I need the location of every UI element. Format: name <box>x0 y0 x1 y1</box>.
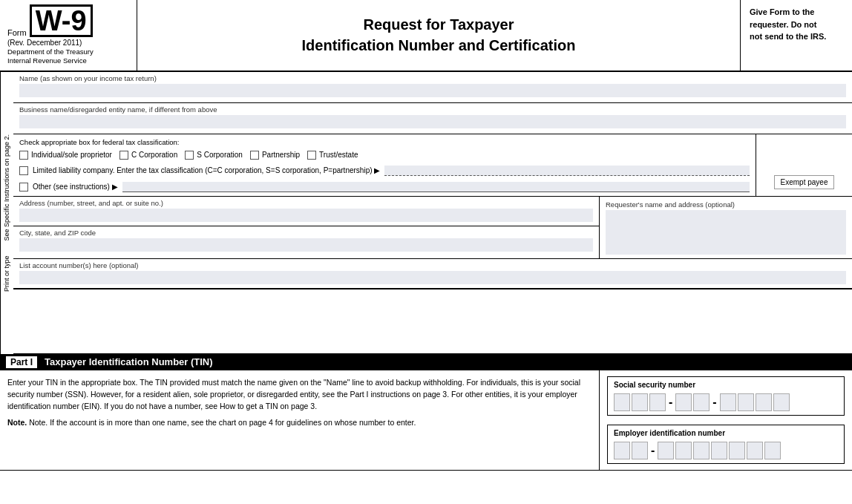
part1-header: Part I Taxpayer Identification Number (T… <box>0 354 852 370</box>
checkbox-c-corp-label: C Corporation <box>131 151 177 159</box>
form-w9-label: W-9 <box>30 4 93 37</box>
ein-cell-3[interactable] <box>658 442 674 459</box>
checkbox-individual-box[interactable] <box>19 151 28 160</box>
ssn-cell-7[interactable] <box>738 393 754 411</box>
ssn-cell-2[interactable] <box>632 393 648 411</box>
other-row: Other (see instructions) ▶ <box>19 182 750 192</box>
exempt-payee-label: Exempt payee <box>774 175 835 189</box>
part1-note-text: Note. If the account is in more than one… <box>29 418 416 427</box>
ssn-segment-1 <box>614 393 666 411</box>
name-input-area[interactable] <box>19 84 846 97</box>
fields-container: Name (as shown on your income tax return… <box>13 72 852 354</box>
account-label: List account number(s) here (optional) <box>19 261 846 269</box>
give-form-note: Give Form to therequester. Do notnot sen… <box>741 0 852 71</box>
checkbox-partnership[interactable]: Partnership <box>250 151 300 160</box>
requester-col: Requester's name and address (optional) <box>600 197 852 258</box>
ssn-cell-5[interactable] <box>693 393 710 411</box>
checkbox-partnership-label: Partnership <box>262 151 300 159</box>
business-name-input-area[interactable] <box>19 115 846 128</box>
account-input[interactable] <box>19 271 846 284</box>
part1-body-text: Enter your TIN in the appropriate box. T… <box>7 376 592 413</box>
ein-cell-2[interactable] <box>632 442 648 459</box>
business-name-row: Business name/disregarded entity name, i… <box>13 103 852 134</box>
ssn-segment-2 <box>675 393 710 411</box>
address-label: Address (number, street, and apt. or sui… <box>19 199 593 207</box>
ssn-segment-3 <box>720 393 790 411</box>
ein-cell-6[interactable] <box>711 442 727 459</box>
address-row: Address (number, street, and apt. or sui… <box>13 197 599 226</box>
tax-checkboxes-line1: Individual/sole proprietor C Corporation… <box>19 151 750 160</box>
ein-title: Employer identification number <box>614 429 838 437</box>
ein-cell-9[interactable] <box>764 442 781 459</box>
checkbox-s-corp-box[interactable] <box>185 151 194 160</box>
address-input[interactable] <box>19 209 593 222</box>
checkbox-trust-label: Trust/estate <box>319 151 358 159</box>
ssn-cell-1[interactable] <box>614 393 630 411</box>
account-row: List account number(s) here (optional) <box>13 259 852 289</box>
city-input[interactable] <box>19 238 593 252</box>
requester-label: Requester's name and address (optional) <box>606 200 846 209</box>
llc-input[interactable] <box>384 166 750 176</box>
form-title: Request for Taxpayer Identification Numb… <box>302 14 576 56</box>
ein-cell-1[interactable] <box>614 442 630 459</box>
form-title-block: Request for Taxpayer Identification Numb… <box>137 0 741 71</box>
tax-class-title: Check appropriate box for federal tax cl… <box>19 138 750 146</box>
part1-note: Note. Note. If the account is in more th… <box>7 416 592 428</box>
part1-text-block: Enter your TIN in the appropriate box. T… <box>0 370 600 470</box>
tax-classification-row: Check appropriate box for federal tax cl… <box>13 134 852 197</box>
ssn-cell-3[interactable] <box>649 393 666 411</box>
checkbox-partnership-box[interactable] <box>250 151 259 160</box>
ssn-dash-2: - <box>712 393 716 411</box>
checkbox-trust[interactable]: Trust/estate <box>307 151 358 160</box>
ein-segment-1 <box>614 442 648 459</box>
form-id-block: Form W-9 (Rev. December 2011) Department… <box>0 0 137 71</box>
side-label: Print or type See Specific Instructions … <box>0 72 13 354</box>
ssn-cell-8[interactable] <box>756 393 772 411</box>
ein-cell-5[interactable] <box>693 442 710 459</box>
llc-label: Limited liability company. Enter the tax… <box>33 166 380 174</box>
exempt-payee-box: Exempt payee <box>756 134 852 196</box>
ein-box: Employer identification number - <box>607 425 845 464</box>
w9-form: Form W-9 (Rev. December 2011) Department… <box>0 0 852 471</box>
form-body: Print or type See Specific Instructions … <box>0 72 852 354</box>
part1-label: Part I <box>6 356 37 368</box>
form-dept: Department of the TreasuryInternal Reven… <box>7 48 129 66</box>
llc-row: Limited liability company. Enter the tax… <box>19 166 750 176</box>
address-left-col: Address (number, street, and apt. or sui… <box>13 197 600 258</box>
checkbox-other-box[interactable] <box>19 183 28 192</box>
city-label: City, state, and ZIP code <box>19 229 593 237</box>
ssn-cell-9[interactable] <box>773 393 790 411</box>
checkbox-individual-label: Individual/sole proprietor <box>31 151 112 159</box>
checkbox-individual[interactable]: Individual/sole proprietor <box>19 151 112 160</box>
address-requester-row: Address (number, street, and apt. or sui… <box>13 197 852 259</box>
ein-cell-7[interactable] <box>729 442 745 459</box>
ssn-box: Social security number - - <box>607 376 845 416</box>
exempt-payee-text: Exempt payee <box>781 178 828 186</box>
checkbox-s-corp[interactable]: S Corporation <box>185 151 243 160</box>
requester-input[interactable] <box>606 210 846 255</box>
checkbox-llc-box[interactable] <box>19 166 28 175</box>
checkbox-trust-box[interactable] <box>307 151 316 160</box>
ssn-cell-6[interactable] <box>720 393 736 411</box>
part1-right-block: Social security number - - <box>600 370 852 470</box>
tax-class-inner: Check appropriate box for federal tax cl… <box>13 134 756 196</box>
checkbox-c-corp-box[interactable] <box>119 151 128 160</box>
form-word-label: Form <box>7 28 27 37</box>
part1-title: Taxpayer Identification Number (TIN) <box>45 356 213 367</box>
checkbox-c-corp[interactable]: C Corporation <box>119 151 177 160</box>
ein-segment-2 <box>658 442 781 459</box>
form-number-block: Form W-9 <box>7 4 129 37</box>
form-header: Form W-9 (Rev. December 2011) Department… <box>0 0 852 72</box>
ein-cell-8[interactable] <box>747 442 763 459</box>
ssn-fields: - - <box>614 393 838 411</box>
name-label: Name (as shown on your income tax return… <box>19 74 846 82</box>
ssn-dash-1: - <box>669 393 672 411</box>
ein-cell-4[interactable] <box>675 442 692 459</box>
ssn-cell-4[interactable] <box>675 393 692 411</box>
other-input[interactable] <box>122 182 750 192</box>
ein-fields: - <box>614 442 838 459</box>
checkbox-s-corp-label: S Corporation <box>197 151 243 159</box>
part1-body: Enter your TIN in the appropriate box. T… <box>0 370 852 471</box>
other-label: Other (see instructions) ▶ <box>33 183 118 191</box>
form-rev: (Rev. December 2011) <box>7 39 129 47</box>
